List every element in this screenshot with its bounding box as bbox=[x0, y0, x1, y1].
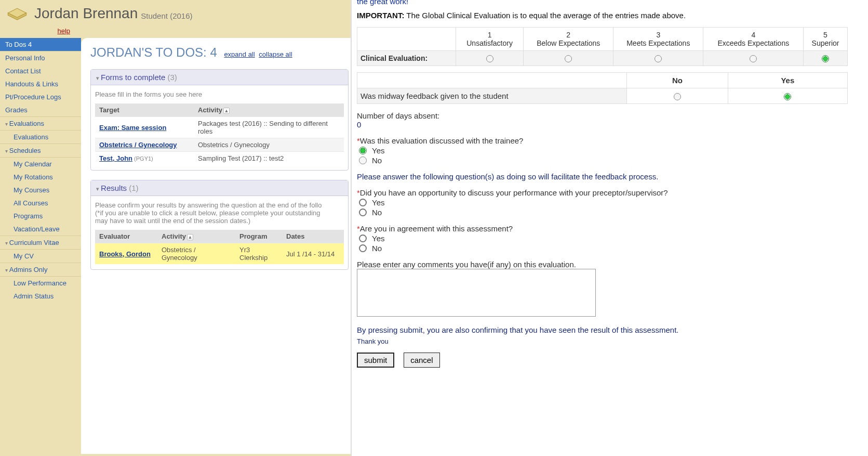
clin-radio-2[interactable] bbox=[565, 55, 572, 62]
col-activity2[interactable]: Activity▲ bbox=[157, 230, 235, 243]
col-program[interactable]: Program bbox=[235, 230, 282, 243]
student-header: Jordan Brennan Student (2016) bbox=[0, 0, 351, 27]
collapse-all-link[interactable]: collapse all bbox=[259, 50, 292, 58]
opportunity-yes-label: Yes bbox=[372, 198, 384, 207]
activity-cell: Obstetrics / Gynecology bbox=[194, 138, 344, 152]
activity-cell: Packages test (2016) :: Sending to diffe… bbox=[194, 117, 344, 138]
table-row: Exam: Same sessionPackages test (2016) :… bbox=[95, 117, 344, 138]
col-evaluator[interactable]: Evaluator bbox=[95, 230, 157, 243]
sidebar-item[interactable]: Evaluations bbox=[0, 131, 81, 144]
comments-textarea[interactable] bbox=[357, 269, 596, 317]
sort-asc-icon: ▲ bbox=[187, 234, 193, 240]
absent-value: 0 bbox=[357, 120, 858, 129]
dates-cell: Jul 1 /14 - 31/14 bbox=[282, 243, 344, 265]
sidebar-item[interactable]: Low Performance bbox=[0, 277, 81, 290]
clin-radio-1[interactable] bbox=[486, 55, 493, 62]
sidebar-item[interactable]: Contact List bbox=[0, 64, 81, 77]
sidebar-item[interactable]: Handouts & Links bbox=[0, 77, 81, 90]
important-note: IMPORTANT: The Global Clinical Evaluatio… bbox=[357, 11, 858, 20]
table-row: Test, John (PGY1)Sampling Test (2017) ::… bbox=[95, 152, 344, 165]
results-panel-title: Results bbox=[101, 184, 127, 192]
student-name: Jordan Brennan bbox=[34, 5, 138, 22]
sidebar-item[interactable]: My Rotations bbox=[0, 171, 81, 184]
cancel-button[interactable]: cancel bbox=[404, 353, 439, 368]
scale-col: 5Superior bbox=[804, 28, 847, 51]
agree-yes-radio[interactable] bbox=[359, 234, 367, 242]
help-link[interactable]: help bbox=[57, 27, 345, 35]
results-panel-head[interactable]: Results (1) bbox=[91, 180, 348, 196]
pgy-label: (PGY1) bbox=[132, 155, 153, 162]
sidebar-item[interactable]: My CV bbox=[0, 250, 81, 263]
sidebar-item[interactable]: Schedules bbox=[0, 144, 81, 157]
activity-cell: Obstetrics / Gynecology bbox=[157, 243, 235, 265]
table-row: Obstetrics / GynecologyObstetrics / Gyne… bbox=[95, 138, 344, 152]
discussed-question: Was this evaluation discussed with the t… bbox=[357, 136, 523, 145]
clinical-eval-table: 1Unsatisfactory2Below Expectations3Meets… bbox=[357, 27, 848, 66]
confirm-text: By pressing submit, you are also confirm… bbox=[357, 325, 858, 334]
agree-no-radio[interactable] bbox=[359, 244, 367, 252]
forms-panel-head[interactable]: Forms to complete (3) bbox=[91, 70, 348, 85]
submit-button[interactable]: submit bbox=[357, 353, 394, 368]
cutoff-text: the great work! bbox=[357, 0, 858, 6]
target-link[interactable]: Test, John bbox=[99, 154, 132, 162]
student-role: Student (2016) bbox=[141, 11, 192, 20]
sidebar-item[interactable]: My Courses bbox=[0, 184, 81, 197]
discussed-yes-label: Yes bbox=[372, 146, 384, 155]
opportunity-yes-radio[interactable] bbox=[359, 199, 367, 206]
thanks-text: Thank you bbox=[357, 337, 858, 345]
clin-radio-3[interactable] bbox=[655, 55, 662, 62]
activity-cell: Sampling Test (2017) :: test2 bbox=[194, 152, 344, 165]
main-content: JORDAN'S TO DOS: 4 expand all collapse a… bbox=[81, 38, 351, 454]
feedback-intro: Please answer the following question(s) … bbox=[357, 172, 858, 181]
results-table: Evaluator Activity▲ Program Dates Brooks… bbox=[95, 230, 344, 264]
col-yes: Yes bbox=[728, 73, 848, 88]
sidebar-item[interactable]: My Calendar bbox=[0, 158, 81, 171]
sidebar-item[interactable]: To Dos 4 bbox=[0, 38, 81, 51]
sidebar-item[interactable]: Evaluations bbox=[0, 117, 81, 130]
comments-block: Please enter any comments you have(if an… bbox=[357, 260, 858, 318]
program-cell: Yr3 Clerkship bbox=[235, 243, 282, 265]
sidebar-item[interactable]: Personal Info bbox=[0, 51, 81, 64]
target-link[interactable]: Exam: Same session bbox=[99, 124, 166, 132]
col-activity[interactable]: Activity▲ bbox=[194, 103, 344, 117]
target-link[interactable]: Obstetrics / Gynecology bbox=[99, 141, 177, 149]
sidebar-item[interactable]: Admins Only bbox=[0, 263, 81, 276]
discussed-no-radio[interactable] bbox=[359, 157, 367, 164]
col-dates[interactable]: Dates bbox=[282, 230, 344, 243]
results-panel-count: (1) bbox=[129, 184, 138, 192]
agree-yes-label: Yes bbox=[372, 234, 384, 243]
clin-radio-5[interactable] bbox=[822, 55, 829, 62]
forms-table: Target Activity▲ Exam: Same sessionPacka… bbox=[95, 103, 344, 165]
discussed-yes-radio[interactable] bbox=[359, 147, 367, 154]
evaluation-form: the great work! IMPORTANT: The Global Cl… bbox=[351, 0, 868, 456]
sidebar-item[interactable]: Grades bbox=[0, 103, 81, 116]
midway-no-radio[interactable] bbox=[674, 93, 681, 100]
sidebar-item[interactable]: Admin Status bbox=[0, 290, 81, 303]
results-hint: Please confirm your results by answering… bbox=[95, 201, 344, 225]
sidebar-item[interactable]: All Courses bbox=[0, 197, 81, 210]
clin-radio-4[interactable] bbox=[750, 55, 757, 62]
forms-hint: Please fill in the forms you see here bbox=[95, 90, 344, 98]
comments-label: Please enter any comments you have(if an… bbox=[357, 260, 858, 269]
sidebar-item[interactable]: Pt/Procedure Logs bbox=[0, 90, 81, 103]
opportunity-block: Did you have an opportunity to discuss y… bbox=[357, 188, 858, 217]
agreement-question: Are you in agreement with this assessmen… bbox=[357, 224, 513, 233]
evaluator-link[interactable]: Brooks, Gordon bbox=[99, 250, 151, 258]
results-panel: Results (1) Please confirm your results … bbox=[90, 180, 349, 270]
forms-panel-count: (3) bbox=[167, 73, 177, 82]
sidebar-item[interactable]: Vacation/Leave bbox=[0, 223, 81, 236]
scale-col: 2Below Expectations bbox=[524, 28, 613, 51]
forms-panel-title: Forms to complete bbox=[101, 73, 165, 82]
scale-col: 3Meets Expectations bbox=[613, 28, 703, 51]
midway-yes-radio[interactable] bbox=[784, 93, 791, 100]
absent-block: Number of days absent: 0 bbox=[357, 111, 858, 129]
opportunity-no-label: No bbox=[372, 208, 382, 217]
sidebar: To Dos 4Personal InfoContact ListHandout… bbox=[0, 38, 81, 454]
sidebar-item[interactable]: Curriculum Vitae bbox=[0, 236, 81, 249]
sidebar-item[interactable]: Programs bbox=[0, 210, 81, 223]
expand-all-link[interactable]: expand all bbox=[224, 50, 255, 58]
col-target[interactable]: Target bbox=[95, 103, 194, 117]
col-no: No bbox=[627, 73, 728, 88]
opportunity-no-radio[interactable] bbox=[359, 209, 367, 216]
opportunity-question: Did you have an opportunity to discuss y… bbox=[357, 188, 668, 197]
